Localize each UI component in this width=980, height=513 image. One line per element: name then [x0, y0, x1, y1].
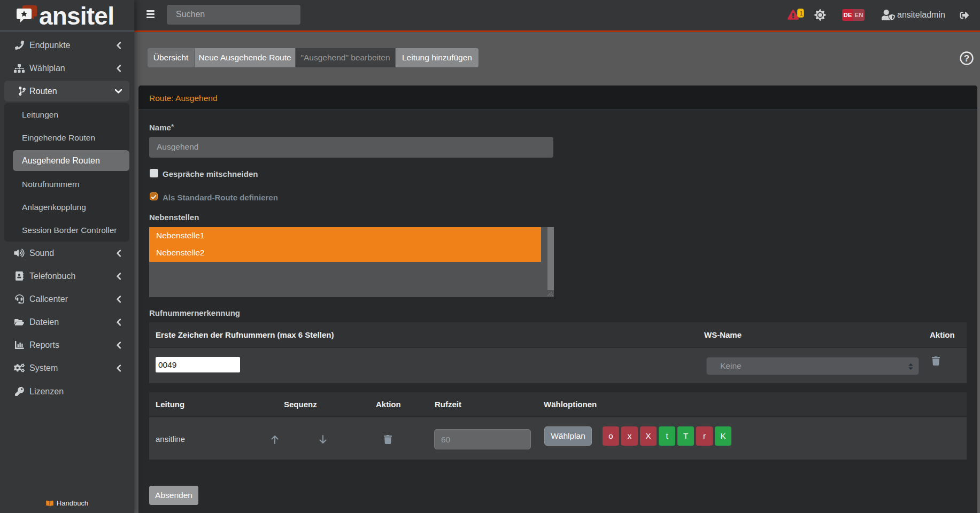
svg-text:?: ?: [964, 53, 969, 64]
